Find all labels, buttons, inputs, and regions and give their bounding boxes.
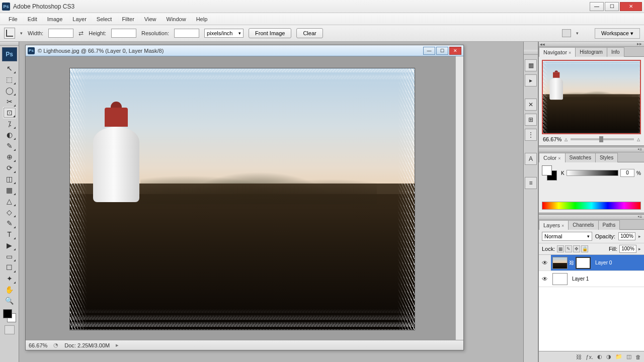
quick-selection-tool[interactable]: ✂	[3, 96, 16, 107]
tab-paths[interactable]: Paths	[598, 220, 620, 230]
menu-view[interactable]: View	[140, 15, 161, 24]
navigator-thumbnail[interactable]	[542, 60, 641, 134]
dock-icon-6[interactable]: A	[525, 153, 537, 165]
document-size-readout[interactable]: Doc: 2.25M/3.00M	[64, 342, 110, 348]
front-image-button[interactable]: Front Image	[249, 28, 291, 38]
layer-style-icon[interactable]: ƒx.	[586, 354, 593, 360]
adjustment-layer-icon[interactable]: ◑	[606, 353, 611, 360]
resolution-unit-dropdown[interactable]: pixels/inch	[204, 29, 244, 38]
tab-navigator[interactable]: Navigator×	[539, 47, 576, 57]
document-vertical-scrollbar[interactable]	[455, 56, 463, 340]
color-panel-swatches[interactable]	[542, 165, 557, 180]
menu-edit[interactable]: Edit	[23, 15, 42, 24]
clone-stamp-tool[interactable]: ⊕	[3, 151, 16, 162]
dock-icon-3[interactable]: ✕	[525, 99, 537, 111]
menu-layer[interactable]: Layer	[68, 15, 91, 24]
history-brush-tool[interactable]: ⟳	[3, 162, 16, 173]
document-canvas[interactable]	[26, 56, 463, 340]
zoom-out-icon[interactable]: △	[565, 137, 568, 142]
tab-channels[interactable]: Channels	[568, 220, 598, 230]
opacity-value[interactable]: 100%	[618, 232, 635, 240]
new-group-icon[interactable]: 📁	[615, 353, 622, 360]
eyedropper-tool[interactable]: ✦	[3, 273, 16, 284]
gradient-tool[interactable]: ▦	[3, 185, 16, 196]
quick-mask-button[interactable]	[5, 325, 15, 334]
tab-layers[interactable]: Layers×	[539, 220, 569, 230]
zoom-tool[interactable]: 🔍	[3, 295, 16, 306]
brush-tool[interactable]: ✎	[3, 140, 16, 151]
hand-tool[interactable]: ✋	[3, 284, 16, 295]
path-selection-tool[interactable]: ▶	[3, 240, 16, 251]
menu-image[interactable]: Image	[43, 15, 67, 24]
document-maximize-button[interactable]: ☐	[436, 47, 448, 55]
swap-dimensions-icon[interactable]: ⇄	[78, 30, 84, 37]
status-arrow-icon[interactable]: ▸	[116, 342, 119, 348]
clear-button[interactable]: Clear	[296, 28, 323, 38]
blur-tool[interactable]: △	[3, 196, 16, 207]
pen-tool[interactable]: ✎	[3, 218, 16, 229]
tab-histogram[interactable]: Histogram	[575, 47, 607, 57]
menu-select[interactable]: Select	[92, 15, 117, 24]
move-tool[interactable]: ↖	[3, 63, 16, 74]
tab-swatches[interactable]: Swatches	[565, 153, 596, 162]
healing-brush-tool[interactable]: ◐	[3, 129, 16, 140]
lock-pixels-icon[interactable]: ✎	[565, 245, 572, 252]
layer-visibility-icon[interactable]: 👁	[539, 276, 551, 283]
width-input[interactable]	[48, 29, 73, 38]
dock-icon-1[interactable]: ▦	[525, 59, 537, 71]
foreground-color-swatch[interactable]	[3, 309, 12, 318]
goto-bridge-icon[interactable]	[562, 29, 571, 37]
lasso-tool[interactable]: ◯	[3, 85, 16, 96]
tool-preset-arrow[interactable]: ▾	[20, 31, 23, 36]
layer-thumbnail[interactable]	[552, 273, 568, 285]
workspace-dropdown[interactable]: Workspace	[595, 28, 640, 39]
status-icon[interactable]: ◔	[53, 342, 58, 348]
slice-tool[interactable]: ⁒	[3, 118, 16, 129]
menu-filter[interactable]: Filter	[117, 15, 138, 24]
document-zoom-readout[interactable]: 66.67%	[29, 342, 47, 348]
tab-styles[interactable]: Styles	[595, 153, 618, 162]
zoom-in-icon[interactable]: △	[637, 137, 640, 142]
layer-mask-icon[interactable]: ◐	[597, 353, 602, 360]
layer-name[interactable]: Layer 1	[569, 276, 589, 282]
crop-tool-icon[interactable]	[4, 28, 15, 39]
layer-thumbnail[interactable]	[552, 257, 568, 269]
shape-tool[interactable]: ▭	[3, 251, 16, 262]
layer-row-0[interactable]: 👁 ⛓ Layer 0	[539, 255, 644, 271]
document-title-bar[interactable]: Ps © Lighthouse.jpg @ 66.7% (Layer 0, La…	[26, 45, 463, 56]
lock-transparency-icon[interactable]: ▦	[557, 245, 564, 252]
fill-value[interactable]: 100%	[619, 245, 636, 253]
delete-layer-icon[interactable]: 🗑	[635, 354, 641, 360]
color-panel-menu-icon[interactable]: •≡	[638, 147, 642, 152]
blend-mode-dropdown[interactable]: Normal	[542, 232, 592, 241]
dock-icon-4[interactable]: ⊞	[525, 114, 537, 126]
menu-help[interactable]: Help	[192, 15, 212, 24]
type-tool[interactable]: T	[3, 229, 16, 240]
eraser-tool[interactable]: ◫	[3, 173, 16, 185]
navigator-zoom-value[interactable]: 66.67%	[543, 136, 561, 142]
notes-tool[interactable]: ☐	[3, 262, 16, 273]
dodge-tool[interactable]: ◇	[3, 207, 16, 218]
menu-window[interactable]: Window	[162, 15, 191, 24]
layer-row-1[interactable]: 👁 Layer 1	[539, 271, 644, 287]
navigator-zoom-slider[interactable]	[571, 138, 634, 140]
crop-tool[interactable]: ⊡	[3, 107, 16, 118]
color-value[interactable]: 0	[620, 169, 634, 177]
layers-panel-menu-icon[interactable]: •≡	[638, 214, 642, 219]
tab-info[interactable]: Info	[607, 47, 624, 57]
document-minimize-button[interactable]: —	[423, 47, 435, 55]
layer-mask-link-icon[interactable]: ⛓	[569, 260, 574, 265]
new-layer-icon[interactable]: ◫	[626, 353, 631, 360]
marquee-tool[interactable]: ⬚	[3, 74, 16, 85]
menu-file[interactable]: File	[4, 15, 22, 24]
layer-mask-thumbnail[interactable]	[576, 257, 591, 269]
link-layers-icon[interactable]: ⛓	[576, 354, 582, 360]
dock-icon-7[interactable]: ≡	[525, 177, 537, 189]
color-fg-swatch[interactable]	[542, 165, 552, 175]
window-minimize-button[interactable]	[590, 2, 604, 11]
lock-all-icon[interactable]: 🔒	[581, 245, 588, 252]
dock-icon-5[interactable]: ⋮	[525, 129, 537, 141]
tab-color[interactable]: Color×	[539, 153, 566, 162]
dock-icon-2[interactable]: ▸	[525, 74, 537, 86]
resolution-input[interactable]	[174, 29, 199, 38]
